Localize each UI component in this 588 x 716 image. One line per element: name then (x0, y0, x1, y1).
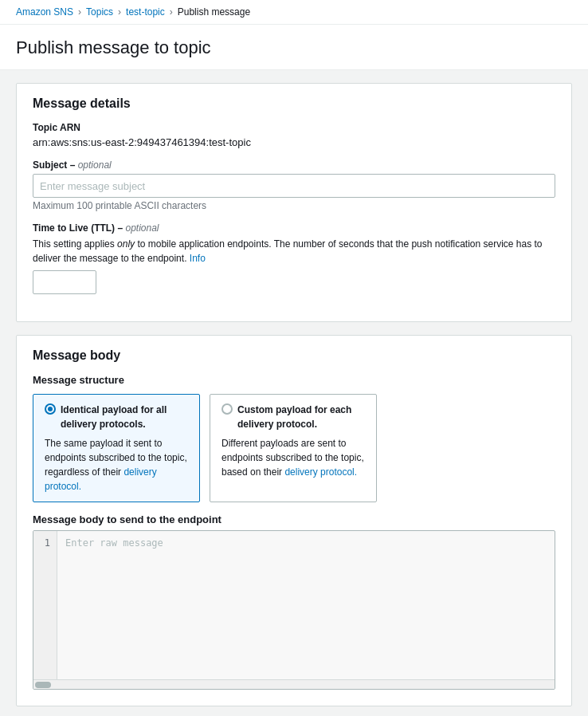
structure-option-identical[interactable]: Identical payload for all delivery proto… (33, 394, 200, 502)
editor-scrollbar-thumb[interactable] (35, 682, 51, 688)
line-number-1: 1 (40, 536, 50, 551)
breadcrumb: Amazon SNS › Topics › test-topic › Publi… (0, 0, 588, 25)
ttl-description: This setting applies only to mobile appl… (33, 237, 555, 266)
subject-label: Subject – optional (33, 159, 555, 171)
subject-input[interactable] (33, 174, 555, 198)
breadcrumb-amazon-sns[interactable]: Amazon SNS (16, 6, 73, 18)
topic-arn-value: arn:aws:sns:us-east-2:949437461394:test-… (33, 136, 555, 148)
message-details-card: Message details Topic ARN arn:aws:sns:us… (16, 83, 572, 322)
delivery-protocol-link-2[interactable]: delivery protocol. (284, 466, 357, 478)
page-title-area: Publish message to topic (0, 25, 588, 70)
subject-group: Subject – optional Maximum 100 printable… (33, 159, 555, 211)
editor-scrollbar[interactable] (33, 679, 555, 689)
message-body-title: Message body (33, 348, 555, 363)
subject-hint: Maximum 100 printable ASCII characters (33, 200, 555, 211)
line-numbers: 1 (33, 531, 57, 679)
ttl-label: Time to Live (TTL) – optional (33, 222, 555, 234)
ttl-input[interactable] (33, 270, 96, 294)
option-custom-desc: Different payloads are sent to endpoints… (221, 436, 365, 479)
structure-options: Identical payload for all delivery proto… (33, 394, 555, 502)
topic-arn-group: Topic ARN arn:aws:sns:us-east-2:94943746… (33, 122, 555, 148)
option-identical-title: Identical payload for all delivery proto… (45, 403, 188, 431)
radio-custom (221, 403, 233, 415)
breadcrumb-sep-2: › (118, 6, 121, 18)
topic-arn-label: Topic ARN (33, 122, 555, 133)
editor-label: Message body to send to the endpoint (33, 513, 555, 525)
ttl-info-link[interactable]: Info (190, 253, 206, 264)
message-details-title: Message details (33, 96, 555, 111)
breadcrumb-sep-1: › (78, 6, 81, 18)
page-title: Publish message to topic (16, 37, 572, 58)
breadcrumb-test-topic[interactable]: test-topic (126, 6, 165, 18)
radio-identical (45, 403, 56, 415)
message-body-card: Message body Message structure Identical… (16, 335, 572, 706)
breadcrumb-topics[interactable]: Topics (86, 6, 113, 18)
structure-option-custom[interactable]: Custom payload for each delivery protoco… (210, 394, 377, 502)
structure-label: Message structure (33, 374, 555, 386)
code-content[interactable]: Enter raw message (57, 531, 555, 679)
option-identical-desc: The same payload it sent to endpoints su… (45, 436, 188, 494)
breadcrumb-sep-3: › (170, 6, 173, 18)
content-area: Message details Topic ARN arn:aws:sns:us… (0, 70, 588, 716)
code-editor[interactable]: 1 Enter raw message (33, 530, 555, 690)
breadcrumb-publish-message: Publish message (178, 6, 250, 18)
option-custom-title: Custom payload for each delivery protoco… (221, 403, 365, 431)
code-editor-inner: 1 Enter raw message (33, 531, 555, 679)
ttl-group: Time to Live (TTL) – optional This setti… (33, 222, 555, 294)
